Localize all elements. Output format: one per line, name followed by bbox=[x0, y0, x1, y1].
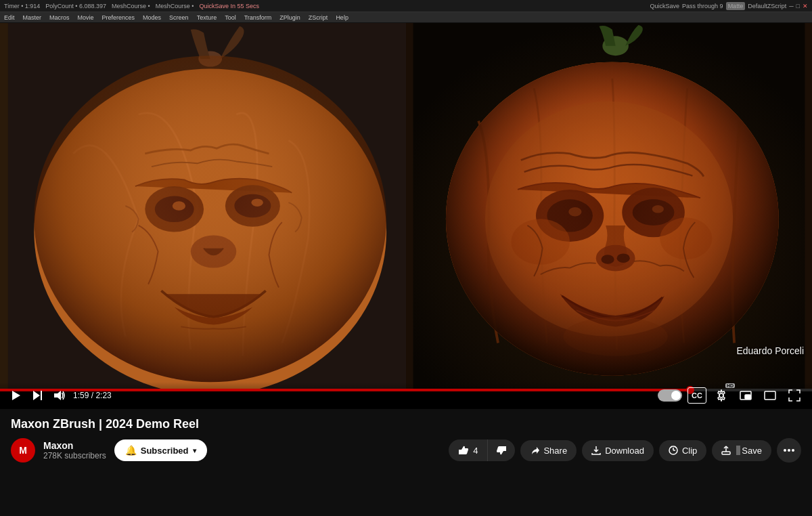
next-button[interactable] bbox=[30, 388, 45, 403]
toggle-knob bbox=[671, 391, 681, 400]
menu-screen[interactable]: Screen bbox=[168, 14, 190, 21]
zbrush-pumpkin-left bbox=[0, 23, 447, 389]
menu-tool[interactable]: Tool bbox=[223, 14, 238, 21]
svg-line-42 bbox=[675, 446, 676, 448]
menu-zplugin[interactable]: ZPlugin bbox=[278, 14, 302, 21]
more-button[interactable] bbox=[777, 438, 801, 463]
menu-help[interactable]: Help bbox=[334, 14, 350, 21]
quicksave-label: QuickSave bbox=[650, 3, 680, 9]
svg-marker-33 bbox=[54, 391, 61, 400]
menu-modes[interactable]: Modes bbox=[141, 14, 162, 21]
matte-label: Matte bbox=[726, 2, 746, 10]
video-info: Maxon ZBrush | 2024 Demo Reel M Maxon 27… bbox=[0, 409, 812, 468]
right-controls: CC HD bbox=[658, 387, 804, 404]
default-zscript-label: DefaultZScript bbox=[748, 3, 786, 9]
app-bar-right: QuickSave Pass through 9 Matte DefaultZS… bbox=[650, 2, 808, 10]
chevron-down-icon: ▾ bbox=[193, 447, 196, 454]
action-buttons: 4 Share D bbox=[449, 438, 801, 463]
app-tab-meshcourse2[interactable]: MeshCourse • bbox=[156, 3, 194, 9]
menu-zscript[interactable]: ZScript bbox=[307, 14, 330, 21]
subscribe-label: Subscribed bbox=[141, 446, 189, 456]
save-label: Save bbox=[742, 446, 762, 456]
menu-macros[interactable]: Macros bbox=[48, 14, 71, 21]
volume-button[interactable] bbox=[51, 388, 66, 403]
time-display: 1:59 / 2:23 bbox=[73, 391, 112, 400]
app-tab-timer[interactable]: Timer • 1:914 bbox=[4, 3, 40, 9]
svg-point-10 bbox=[34, 56, 386, 382]
play-button[interactable] bbox=[8, 388, 23, 403]
svg-marker-31 bbox=[33, 391, 40, 400]
app-bar: Timer • 1:914 PolyCount • 6.088.397 Mesh… bbox=[0, 0, 812, 12]
window-close[interactable]: ✕ bbox=[803, 3, 808, 9]
svg-rect-36 bbox=[745, 395, 750, 399]
menu-edit[interactable]: Edit bbox=[3, 14, 16, 21]
miniplayer-button[interactable] bbox=[736, 387, 755, 404]
menu-master[interactable]: Master bbox=[22, 14, 43, 21]
app-tab-quicksave[interactable]: QuickSave In 55 Secs bbox=[199, 3, 259, 9]
settings-button[interactable] bbox=[712, 387, 731, 404]
share-button[interactable]: Share bbox=[520, 440, 577, 461]
subscribe-button[interactable]: 🔔 Subscribed ▾ bbox=[114, 439, 207, 461]
download-label: Download bbox=[605, 446, 644, 456]
menu-preferences[interactable]: Preferences bbox=[101, 14, 137, 21]
like-button[interactable]: 4 bbox=[449, 439, 488, 461]
svg-rect-46 bbox=[722, 452, 730, 454]
window-minimize[interactable]: ─ bbox=[789, 3, 793, 9]
theater-button[interactable] bbox=[761, 387, 780, 404]
app-tab-meshcourse1[interactable]: MeshCourse • bbox=[112, 3, 150, 9]
channel-row: M Maxon 278K subscribers 🔔 Subscribed ▾ … bbox=[11, 438, 801, 463]
channel-name[interactable]: Maxon bbox=[43, 440, 106, 451]
menu-movie[interactable]: Movie bbox=[76, 14, 95, 21]
save-button[interactable]: Save bbox=[712, 440, 771, 461]
channel-avatar[interactable]: M bbox=[11, 438, 35, 463]
svg-rect-32 bbox=[41, 391, 42, 400]
video-container: Eduardo Porceli 1:59 / 2:2 bbox=[0, 23, 812, 409]
like-dislike-group: 4 bbox=[449, 439, 515, 461]
svg-point-47 bbox=[784, 449, 786, 452]
share-label: Share bbox=[543, 446, 567, 456]
clip-label: Clip bbox=[682, 446, 697, 456]
bell-icon: 🔔 bbox=[125, 445, 137, 456]
app-bar-items: Timer • 1:914 PolyCount • 6.088.397 Mesh… bbox=[4, 3, 650, 9]
pass-through-label: Pass through 9 bbox=[682, 3, 723, 9]
download-button[interactable]: Download bbox=[582, 440, 654, 461]
svg-point-49 bbox=[792, 449, 794, 452]
clip-button[interactable]: Clip bbox=[659, 440, 706, 461]
menu-bar: Edit Master Macros Movie Preferences Mod… bbox=[0, 12, 812, 23]
video-controls: 1:59 / 2:23 CC HD bbox=[0, 382, 812, 409]
menu-texture[interactable]: Texture bbox=[196, 14, 219, 21]
settings-wrapper: HD bbox=[712, 387, 731, 404]
subscriber-count: 278K subscribers bbox=[43, 451, 106, 460]
hd-badge: HD bbox=[725, 383, 735, 388]
autoplay-toggle[interactable] bbox=[658, 389, 682, 402]
dislike-button[interactable] bbox=[488, 439, 515, 461]
channel-info: Maxon 278K subscribers bbox=[43, 440, 106, 460]
svg-point-48 bbox=[788, 449, 790, 452]
svg-point-29 bbox=[446, 62, 779, 376]
app-tab-polycount[interactable]: PolyCount • 6.088.397 bbox=[45, 3, 106, 9]
like-count: 4 bbox=[473, 446, 478, 456]
window-maximize[interactable]: □ bbox=[796, 3, 800, 9]
svg-rect-37 bbox=[765, 391, 775, 400]
svg-line-41 bbox=[671, 446, 672, 448]
fullscreen-button[interactable] bbox=[785, 387, 804, 404]
menu-transform[interactable]: Transform bbox=[243, 14, 273, 21]
cc-button[interactable]: CC bbox=[687, 387, 706, 404]
photo-reference-pumpkin: Eduardo Porceli bbox=[406, 23, 812, 389]
video-title: Maxon ZBrush | 2024 Demo Reel bbox=[11, 417, 801, 431]
photo-credit: Eduardo Porceli bbox=[736, 345, 804, 356]
svg-marker-30 bbox=[12, 391, 20, 400]
